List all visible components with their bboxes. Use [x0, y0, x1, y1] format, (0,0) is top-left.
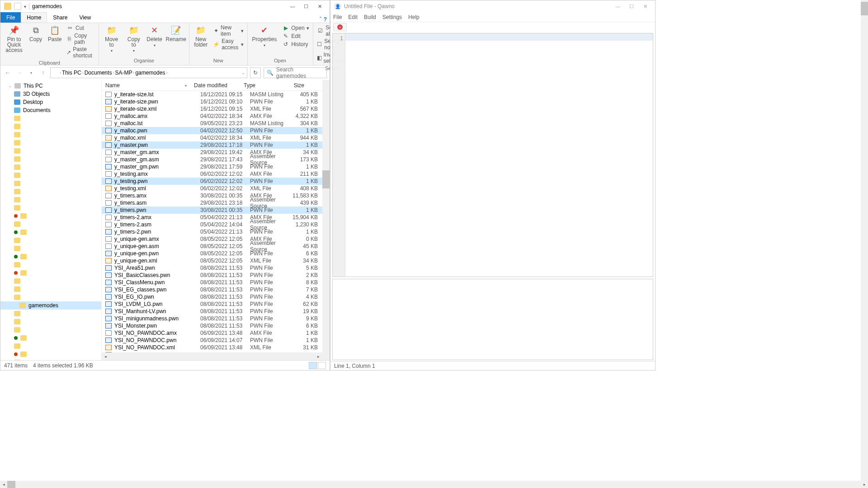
close-button[interactable]: ✕	[639, 1, 651, 11]
file-row[interactable]: y_unique-gen.xml 08/05/2022 12:05 XML Fi…	[102, 257, 322, 264]
col-date[interactable]: Date modified	[190, 82, 240, 89]
file-row[interactable]: y_timers.asm 29/08/2021 23:18 Assembler …	[102, 199, 322, 206]
file-row[interactable]: y_unique-gen.pwn 08/05/2022 12:05 PWN Fi…	[102, 250, 322, 257]
up-button[interactable]: ↑	[38, 68, 47, 77]
file-row[interactable]: y_timers.pwn 30/08/2021 00:35 PWN File 1…	[102, 206, 322, 214]
tree-folder[interactable]	[0, 334, 101, 342]
file-row[interactable]: YSI_LVDM_LG.pwn 08/08/2021 11:53 PWN Fil…	[102, 300, 322, 308]
file-row[interactable]: y_malloc.xml 04/02/2022 18:34 XML File 9…	[102, 134, 322, 141]
close-button[interactable]: ✕	[313, 1, 326, 11]
v-scrollbar[interactable]	[322, 80, 330, 360]
col-size[interactable]: Size	[281, 82, 308, 89]
maximize-button[interactable]: ☐	[300, 1, 312, 11]
edit-button[interactable]: ✎Edit	[280, 32, 311, 40]
history-button[interactable]: ↺History	[280, 40, 311, 48]
tree-folder[interactable]	[0, 244, 101, 253]
tree-folder[interactable]	[0, 350, 101, 358]
forward-button[interactable]: →	[15, 68, 24, 77]
file-row[interactable]: y_master_gm.pwn 29/08/2021 17:59 PWN Fil…	[102, 163, 322, 170]
tab-close-icon[interactable]: ×	[337, 24, 343, 30]
delete-button[interactable]: ✕Delete▾	[145, 24, 164, 49]
tree-folder[interactable]	[0, 188, 101, 196]
qat-chevron-icon[interactable]: ▾	[24, 4, 26, 9]
details-view-button[interactable]	[309, 362, 317, 369]
h-scrollbar[interactable]: ◂▸	[102, 352, 322, 360]
tree-folder[interactable]	[0, 171, 101, 179]
move-to-button[interactable]: 📁Move to▾	[101, 24, 123, 55]
help-icon[interactable]: ?	[324, 16, 327, 23]
tree-folder[interactable]	[0, 114, 101, 122]
tree-3d-objects[interactable]: 3D Objects	[0, 90, 101, 98]
breadcrumb-dropdown-icon[interactable]: ⌄	[241, 70, 245, 75]
tree-folder[interactable]	[0, 122, 101, 131]
file-row[interactable]: y_testing.amx 06/02/2022 12:02 AMX File …	[102, 170, 322, 178]
menu-help[interactable]: Help	[408, 14, 420, 20]
file-row[interactable]: YSI_ClassMenu.pwn 08/08/2021 11:53 PWN F…	[102, 279, 322, 286]
tab-home[interactable]: Home	[21, 12, 47, 23]
minimize-button[interactable]: —	[612, 1, 624, 11]
tree-folder[interactable]	[0, 318, 101, 326]
tree-folder[interactable]	[0, 220, 101, 228]
recent-button[interactable]: ▾	[27, 68, 36, 77]
menu-edit[interactable]: Edit	[348, 14, 358, 20]
back-button[interactable]: ←	[3, 68, 12, 77]
code-editor[interactable]: 1	[332, 33, 653, 277]
tree-folder[interactable]	[0, 342, 101, 350]
menu-file[interactable]: File	[333, 14, 342, 20]
tree-folder[interactable]	[0, 179, 101, 188]
tree-folder[interactable]	[0, 326, 101, 334]
file-row[interactable]: y_testing.pwn 06/02/2022 12:02 PWN File …	[102, 178, 322, 185]
tree-folder[interactable]	[0, 131, 101, 139]
tree-folder[interactable]	[0, 228, 101, 236]
file-row[interactable]: y_master.pwn 29/08/2021 17:18 PWN File 1…	[102, 141, 322, 149]
ribbon-collapse-icon[interactable]: ˄	[319, 16, 322, 23]
tab-share[interactable]: Share	[47, 12, 73, 23]
tree-folder[interactable]	[0, 310, 101, 318]
file-row[interactable]: y_timers-2.asm 05/04/2022 14:04 Assemble…	[102, 221, 322, 228]
file-list[interactable]: y_iterate-size.lst 16/12/2021 09:15 MASM…	[102, 91, 322, 352]
file-row[interactable]: YSI_EG_IO.pwn 08/08/2021 11:53 PWN File …	[102, 293, 322, 300]
column-headers[interactable]: Name▴ Date modified Type Size	[102, 80, 322, 91]
file-row[interactable]: y_iterate-size.lst 16/12/2021 09:15 MASM…	[102, 91, 322, 98]
tree-this-pc[interactable]: ⌄This PC	[0, 82, 101, 90]
qat-icon[interactable]	[14, 3, 21, 10]
col-type[interactable]: Type	[240, 82, 281, 89]
file-row[interactable]: y_malloc.amx 04/02/2022 18:34 AMX File 4…	[102, 113, 322, 120]
file-row[interactable]: YSI_Manhunt-LV.pwn 08/08/2021 11:53 PWN …	[102, 308, 322, 315]
tab-view[interactable]: View	[73, 12, 97, 23]
tree-folder[interactable]	[0, 155, 101, 163]
file-row[interactable]: y_iterate-size.xml 16/12/2021 09:15 XML …	[102, 105, 322, 113]
nav-tree[interactable]: ⌄This PC 3D Objects Desktop Documents ga…	[0, 80, 102, 360]
rename-button[interactable]: 📝Rename	[165, 24, 187, 43]
file-row[interactable]: y_testing.xml 06/02/2022 12:02 XML File …	[102, 185, 322, 192]
tab-file[interactable]: File	[0, 12, 21, 23]
minimize-button[interactable]: —	[286, 1, 299, 11]
tree-folder[interactable]	[0, 277, 101, 285]
maximize-button[interactable]: ☐	[625, 1, 638, 11]
tree-folder[interactable]	[0, 163, 101, 171]
untitled-tab[interactable]: ×	[333, 23, 347, 31]
breadcrumb-seg[interactable]: This PC	[62, 70, 81, 76]
tree-folder[interactable]	[0, 139, 101, 147]
file-row[interactable]: y_malloc.lst 09/05/2021 23:23 MASM Listi…	[102, 120, 322, 127]
output-panel[interactable]	[332, 279, 653, 360]
breadcrumb-seg[interactable]: Documents	[85, 70, 112, 76]
easy-access-button[interactable]: ⚡Easy access ▾	[211, 38, 245, 51]
tree-folder[interactable]	[0, 196, 101, 204]
tree-desktop[interactable]: Desktop	[0, 98, 101, 106]
paste-shortcut-button[interactable]: ↗Paste shortcut	[65, 46, 97, 59]
icons-view-button[interactable]	[318, 362, 326, 369]
file-row[interactable]: YSI_BasicClasses.pwn 08/08/2021 11:53 PW…	[102, 272, 322, 279]
copy-to-button[interactable]: 📁Copy to▾	[123, 24, 144, 55]
search-input[interactable]: 🔍 Search gamemodes	[264, 67, 327, 78]
copypath-button[interactable]: ⎘Copy path	[65, 32, 97, 46]
cut-button[interactable]: ✂Cut	[65, 24, 97, 32]
col-name[interactable]: Name▴	[102, 82, 190, 89]
tree-folder[interactable]	[0, 212, 101, 220]
file-row[interactable]: YSI_minigunmadness.pwn 08/08/2021 11:53 …	[102, 315, 322, 322]
refresh-button[interactable]: ↻	[250, 67, 261, 78]
tree-folder[interactable]	[0, 269, 101, 277]
file-row[interactable]: y_master_gm.asm 29/08/2021 17:43 Assembl…	[102, 156, 322, 163]
new-folder-button[interactable]: 📁New folder	[191, 24, 210, 48]
file-row[interactable]: YSI_NO_PAWNDOC.pwn 06/09/2021 14:07 PWN …	[102, 337, 322, 344]
